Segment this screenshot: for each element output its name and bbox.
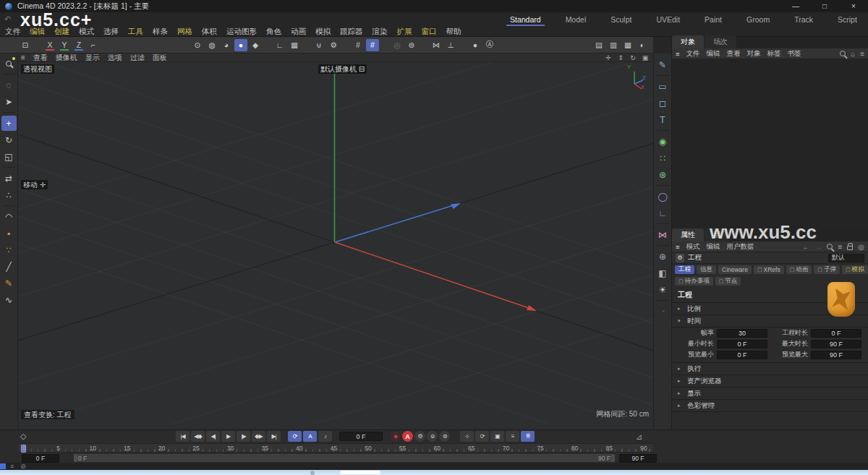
lock-z-axis-button[interactable]: Z (72, 39, 85, 51)
fcurve-editor-icon[interactable]: ⊿ (636, 432, 642, 442)
layout-tab-track[interactable]: Track (782, 12, 825, 27)
lock-y-axis-button[interactable]: Y (58, 39, 71, 51)
om-menu-书签[interactable]: 书签 (788, 49, 801, 59)
menu-运动图形[interactable]: 运动图形 (226, 27, 257, 37)
menu-窗口[interactable]: 窗口 (422, 27, 437, 37)
autokey-button[interactable]: A (402, 431, 413, 442)
preset-dropdown[interactable]: 默认 (828, 254, 864, 262)
filter-icon[interactable]: ≡ (860, 50, 864, 58)
spline-pen-object-button[interactable]: ✎ (655, 57, 671, 72)
layout-tab-uvedit[interactable]: UVEdit (644, 12, 692, 27)
spline-arc-pen-button[interactable]: ◠ (1, 209, 17, 224)
viewport-canvas[interactable]: Y Z X 透视视图 默认摄像机 ⊟ 移动 ✛ 查看变换: 工程 网格间距: 5… (18, 62, 653, 424)
next-frame-button[interactable]: |▶ (237, 431, 250, 442)
deformer-object-button[interactable]: ◯ (655, 189, 671, 204)
viewport-menu-选项[interactable]: 选项 (108, 53, 122, 63)
goto-end-button[interactable]: ▶| (267, 431, 281, 442)
viewport-menu-摄像机[interactable]: 摄像机 (56, 53, 77, 63)
am-menu-用户数据[interactable]: 用户数据 (727, 242, 754, 252)
rotate-view-icon[interactable]: ↻ (628, 54, 638, 62)
quantize-settings-button[interactable]: # (366, 39, 379, 51)
menu-扩展[interactable]: 扩展 (397, 27, 412, 37)
axis-icon[interactable]: ∟ (273, 39, 286, 51)
spline-sketch-button[interactable]: ∿ (1, 292, 17, 307)
om-menu-编辑[interactable]: 编辑 (707, 49, 720, 59)
menu-帮助[interactable]: 帮助 (446, 27, 461, 37)
layout-tab-sculpt[interactable]: Sculpt (598, 12, 644, 27)
prev-key-button[interactable]: ◀◆ (191, 431, 205, 442)
attribute-tab-工程[interactable]: 工程 (675, 265, 694, 274)
preview-min-input[interactable]: 0 F (717, 351, 767, 359)
record-position-button[interactable]: ⊜ (427, 431, 438, 442)
search-icon[interactable] (827, 244, 833, 249)
section-color-management[interactable]: ▸ 色彩管理 (672, 400, 868, 412)
toggle-view-icon[interactable]: ▣ (640, 54, 650, 62)
point-mode-button[interactable]: ⊙ (191, 39, 204, 51)
keyframe-marker-icon[interactable]: ◇ (20, 432, 26, 441)
snap-enable-button[interactable]: ⊍ (312, 39, 326, 51)
spline-pen-edit-button[interactable]: ✎ (1, 275, 17, 291)
forward-icon[interactable]: → (814, 243, 822, 251)
object-axis-mode-button[interactable]: ◆ (249, 39, 262, 51)
tab-对象[interactable]: 对象 (672, 35, 704, 48)
next-key-button[interactable]: ◆▶ (252, 431, 265, 442)
maximize-button[interactable]: □ (810, 0, 839, 12)
project-duration-input[interactable]: 0 F (811, 329, 861, 338)
attribute-tab-XRefs[interactable]: ▢XRefs (754, 265, 784, 274)
viewport[interactable]: ≡ 查看摄像机显示选项过滤面板✛⇕↻▣ (18, 54, 653, 429)
snap-settings-button[interactable]: ⚙ (327, 39, 340, 51)
transform-tool-button[interactable]: ⇄ (1, 171, 17, 186)
tab-属性[interactable]: 属性 (672, 228, 704, 241)
menu-模拟[interactable]: 模拟 (315, 27, 331, 37)
modeling-axis-button[interactable]: ⊚ (405, 39, 418, 51)
attribute-tab-节点[interactable]: ▢节点 (715, 277, 741, 286)
menu-角色[interactable]: 角色 (266, 27, 281, 37)
keyframe-selection-button[interactable]: ⚙ (414, 431, 425, 442)
viewport-menu-过滤[interactable]: 过滤 (130, 53, 145, 63)
spline-primitive-button[interactable]: ▭ (655, 79, 671, 94)
object-list-empty[interactable] (672, 59, 868, 230)
quantize-button[interactable]: # (352, 39, 365, 51)
minimize-button[interactable]: — (781, 0, 810, 12)
polygon-mode-button[interactable]: ◕ (220, 39, 233, 51)
mirror-tool-button[interactable]: ⋈ (430, 39, 443, 51)
timeline-options-button[interactable]: ≡ (506, 431, 519, 442)
preview-range-slider[interactable]: 0 F 90 F (74, 454, 615, 462)
camera-object-button[interactable]: ◧ (655, 265, 671, 281)
attribute-tab-模拟[interactable]: ▢模拟 (842, 265, 868, 274)
audio-scrub-toggle[interactable]: A (303, 431, 317, 442)
menu-体积[interactable]: 体积 (202, 27, 217, 37)
search-icon[interactable] (840, 51, 846, 56)
spline-pen-square-button[interactable]: ▪ (1, 226, 17, 241)
hamburger-icon[interactable]: ≡ (676, 243, 680, 251)
cloner-object-button[interactable]: ∷ (655, 150, 671, 166)
loop-playback-toggle[interactable]: ⟳ (288, 431, 302, 442)
spline-pen-points-button[interactable]: ∵ (1, 242, 17, 257)
range-start-input[interactable]: 0 F (22, 454, 59, 463)
record-keyframe-button[interactable]: ◆ (390, 431, 401, 442)
menu-样条[interactable]: 样条 (153, 27, 168, 37)
attribute-tab-子弹[interactable]: ▢子弹 (814, 265, 840, 274)
om-menu-文件[interactable]: 文件 (686, 49, 700, 59)
hamburger-icon[interactable]: ≡ (21, 54, 25, 61)
viewport-menu-查看[interactable]: 查看 (33, 53, 48, 63)
sky-object-button[interactable]: ⊕ (655, 249, 671, 264)
fps-input[interactable]: 30 (717, 329, 767, 338)
null-object-button[interactable]: ∟ (655, 205, 671, 221)
live-selection-button[interactable]: ◌ (1, 77, 17, 93)
current-frame-input[interactable]: 0 F (339, 432, 383, 441)
om-menu-对象[interactable]: 对象 (747, 49, 761, 59)
scale-tool-button[interactable]: ◱ (1, 149, 17, 164)
section-display[interactable]: ▸ 显示 (672, 388, 868, 400)
multi-transform-tool-button[interactable]: ∴ (1, 187, 17, 202)
move-tool-button[interactable]: + (1, 116, 17, 131)
goto-start-button[interactable]: |◀ (176, 431, 190, 442)
target-icon[interactable]: ◎ (858, 243, 864, 251)
record-rotation-button[interactable]: ⊚ (439, 431, 450, 442)
attribute-tab-动画[interactable]: ▢动画 (786, 265, 812, 274)
min-time-input[interactable]: 0 F (717, 340, 767, 348)
am-menu-编辑[interactable]: 编辑 (707, 242, 720, 252)
symmetry-object-button[interactable]: ⋈ (655, 227, 671, 242)
home-icon[interactable]: ⌂ (851, 50, 855, 58)
tab-层[interactable]: 层 (705, 228, 729, 241)
